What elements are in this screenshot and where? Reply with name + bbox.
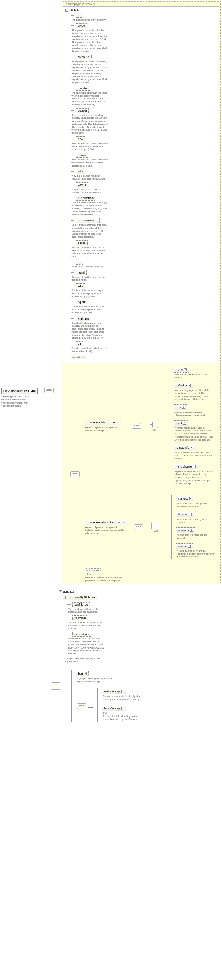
expand-icon[interactable]: + <box>189 497 192 500</box>
element-narrower: narrower+ <box>176 527 195 533</box>
attribute-xml-lang: xml:lang <box>76 316 91 321</box>
element-hierarchyInfo: hierarchyInfo+ <box>174 464 198 469</box>
element-desc: A natural language name for the concept. <box>174 373 214 379</box>
expand-icon[interactable]: + <box>121 690 124 693</box>
expand-icon[interactable]: + <box>188 544 191 548</box>
occurrence: 0..∞ <box>103 711 143 714</box>
sequence-connector <box>44 388 54 393</box>
attribute-desc: The local identifier of the property. <box>71 18 108 21</box>
element-desc: A group of existing concepts which expre… <box>76 677 116 683</box>
attribute-uri: uri <box>76 260 83 265</box>
attribute-desc: The relevance of the metadata to the new… <box>68 621 105 630</box>
extension-header: Flex1PropType (extension) <box>62 2 220 6</box>
element-desc: Additional natural language information … <box>174 410 214 417</box>
attribute-desc: A reference to the concept from which th… <box>68 637 105 655</box>
choice-crg <box>151 522 160 529</box>
attribute-desc: A concept identifier expressed in the ca… <box>71 246 108 258</box>
attribute-howuri: howuri <box>76 153 88 158</box>
attribute-creatoruri: creatoruri <box>76 54 92 59</box>
group-desc: A group of attributes quantifying the pr… <box>64 657 100 663</box>
group-desc: A group of properties required to indica… <box>85 526 125 535</box>
expand-icon[interactable]: + <box>193 465 196 468</box>
collapse-toggle[interactable]: − <box>59 590 62 593</box>
attribute-pubconstrainturi: pubconstrainturi <box>76 218 100 223</box>
attribute-desc: The type of the concept assigned as cont… <box>71 289 108 298</box>
attribute-modified: modified <box>76 86 90 91</box>
choice-lower <box>51 682 60 690</box>
occurrence: 0..∞ <box>147 428 159 431</box>
element-desc: In NAR 1.8 and later, 'facet' is depreca… <box>174 426 214 442</box>
element-facet: facet+ <box>174 420 188 426</box>
root-type: Flex1ConceptPropType <box>1 388 38 394</box>
element-desc: An identifier of a more specific concept… <box>177 533 217 540</box>
attribute-desc: If set to true the corresponding propert… <box>71 114 108 135</box>
attribute-desc: Specifies the language of this property … <box>71 322 108 340</box>
attributes-label: attributes <box>63 590 75 593</box>
expand-icon[interactable]: + <box>188 384 191 387</box>
element-facet-concept: facetConcept + <box>102 706 127 711</box>
element-remoteInfo: remoteInfo+ <box>174 445 195 450</box>
seq-lower <box>77 703 86 709</box>
attribute-why: why <box>76 169 85 174</box>
attribute-desc: Why the metadata has been included - exp… <box>71 188 108 194</box>
occurrence: 0..∞ <box>150 530 162 532</box>
occurrence: 0..∞ <box>86 573 217 576</box>
attribute-custom: custom <box>76 108 89 113</box>
attribute-relevance: relevance <box>72 616 89 620</box>
expand-icon[interactable]: + <box>182 406 185 409</box>
expand-icon[interactable]: − <box>122 521 125 524</box>
attribute-type: type <box>76 283 85 288</box>
attribute-desc: One or many constraints that apply to pu… <box>71 201 108 216</box>
element-desc: A natural language definition of the sem… <box>174 389 214 401</box>
attribute-how: how <box>76 137 85 142</box>
element-bag: bag + <box>76 671 89 676</box>
element-main-concept: mainConcept + <box>102 689 127 694</box>
attribute-desc: Why the metadata has been included - exp… <box>71 175 108 181</box>
attributes-box: − attributes idThe local identifier of t… <box>63 6 219 363</box>
attribute-desc: The directionality of textual content (e… <box>71 347 108 353</box>
any-desc: Extension point for provider-defined pro… <box>85 576 125 582</box>
attribute-pubconstraint: pubconstraint <box>76 196 97 200</box>
expand-icon[interactable]: + <box>121 707 124 710</box>
element-note: note+ <box>174 404 187 410</box>
collapse-toggle[interactable]: − <box>65 9 68 12</box>
element-desc: Represents the position of a concept in … <box>174 470 214 485</box>
attributes-label: attributes <box>70 9 81 12</box>
attribute-creator: creator <box>76 23 89 28</box>
seq-crg <box>134 524 143 530</box>
attribute-desc: The type of the concept assigned as cont… <box>71 305 108 314</box>
expand-icon[interactable]: − <box>117 421 120 424</box>
attribute-whyuri: whyuri <box>76 183 88 187</box>
choice-cdg <box>149 421 158 428</box>
expand-icon[interactable]: + <box>183 422 186 425</box>
attribute-desc: If the property value is not defined, sp… <box>71 29 108 53</box>
concept-relationships-group: ConceptRelationshipsGroup − <box>84 520 127 525</box>
collapse-toggle[interactable]: − <box>65 596 68 599</box>
seq-cdg <box>132 423 141 429</box>
expand-icon[interactable]: + <box>190 446 193 449</box>
expand-icon[interactable]: + <box>189 513 192 516</box>
attribute-desc: The confidence with which the metadata h… <box>68 608 105 614</box>
element-desc: The concept which is faceted by other co… <box>103 695 143 701</box>
extension-any: any ##other <box>84 568 101 573</box>
attribute-desc: One or many constraints that apply to pu… <box>71 224 108 239</box>
attribute-any: any ##other <box>71 355 87 359</box>
attribute-desc: A concept identifier expressed as a free… <box>71 276 108 282</box>
expand-icon[interactable]: + <box>184 368 187 371</box>
element-definition: definition+ <box>174 383 193 388</box>
attribute-dir: dir <box>76 341 83 346</box>
element-desc: A related concept, where the relationshi… <box>177 549 217 558</box>
expand-icon[interactable]: + <box>190 529 193 532</box>
element-desc: An identifier of a concept with equivale… <box>177 502 217 508</box>
element-desc: A concept which is faceting another conc… <box>103 715 143 721</box>
quantify-attr-box: − attributes − grp quantifyAttributes co… <box>57 588 129 665</box>
root-desc: Flexible generic PCL-type for both contr… <box>1 395 30 407</box>
sequence-connector-body <box>70 471 79 477</box>
attribute-typeuri: typeuri <box>76 299 88 304</box>
attribute-qcode: qcode <box>76 240 87 245</box>
element-desc: An identifier of a more generic concept. <box>177 518 217 524</box>
element-desc: A link to an item or a web resource whic… <box>174 451 214 460</box>
expand-icon[interactable]: + <box>84 672 87 675</box>
attribute-id: id <box>76 13 82 18</box>
attribute-desc: A URI which identifies a concept. <box>71 265 108 268</box>
